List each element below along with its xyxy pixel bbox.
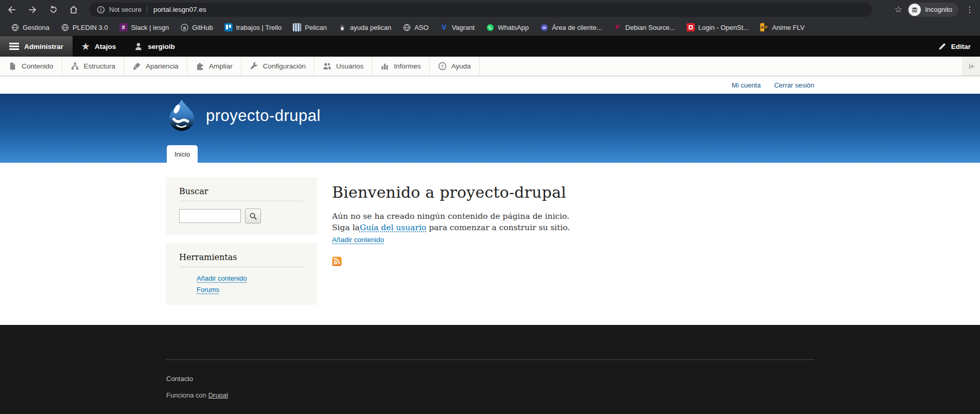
bookmark-trello[interactable]: trabajos | Trello (220, 22, 287, 33)
slack-icon: # (119, 23, 128, 31)
site-footer: Contacto Funciona con Drupal (0, 325, 980, 414)
guide-text-suffix: para comenzar a construir su sitio. (426, 223, 570, 232)
forward-icon[interactable] (24, 2, 41, 18)
security-label: Not secure (109, 6, 142, 13)
structure-icon (71, 62, 79, 71)
bookmark-area-cliente[interactable]: w Área de cliente... (535, 22, 607, 33)
search-icon (249, 212, 257, 220)
page-url: portal.iesgn07.es (153, 6, 206, 13)
site-header: proyecto-drupal Inicio (0, 94, 980, 163)
footer-contact-link[interactable]: Contacto (166, 375, 193, 383)
globe-icon (402, 23, 411, 31)
tab-usuarios[interactable]: Usuarios (314, 57, 372, 76)
bookmark-pledin[interactable]: PLEDIN 3.0 (56, 22, 113, 33)
address-bar[interactable]: Not secure portal.iesgn07.es (90, 3, 872, 17)
search-block: Buscar (166, 177, 317, 235)
tab-contenido[interactable]: Contenido (0, 57, 62, 76)
info-icon[interactable] (97, 6, 105, 14)
svg-text:?: ? (441, 63, 444, 69)
bookmark-star-icon[interactable]: ☆ (895, 4, 902, 15)
bookmark-gestiona[interactable]: Gestiona (6, 22, 54, 33)
animeflv-icon: AF (760, 23, 768, 31)
trello-icon (224, 23, 233, 31)
bookmark-slack[interactable]: # Slack | iesgn (115, 22, 173, 33)
tab-ampliar[interactable]: Ampliar (187, 57, 241, 76)
site-branding[interactable]: proyecto-drupal (166, 99, 321, 133)
tab-configuracion[interactable]: Configuración (241, 57, 314, 76)
user-icon (134, 42, 143, 51)
toolbar-item-editar[interactable]: Editar (929, 36, 980, 57)
incognito-badge[interactable]: Incognito (907, 3, 958, 17)
main-area: Buscar Herramientas Añad (0, 163, 980, 325)
browser-menu-icon[interactable]: ⋮ (964, 5, 976, 14)
tab-estructura[interactable]: Estructura (62, 57, 125, 76)
toolbar-orientation-toggle-icon[interactable] (962, 57, 980, 76)
bookmark-debian[interactable]: Debian Source... (609, 22, 680, 33)
admin-menu-tray: Contenido Estructura Apariencia Ampliar (0, 57, 980, 76)
github-icon (180, 23, 188, 31)
extend-icon (196, 62, 204, 71)
rss-feed-icon[interactable] (332, 256, 342, 266)
reload-icon[interactable] (44, 2, 62, 18)
tools-block-title: Herramientas (179, 252, 304, 267)
screen: Not secure portal.iesgn07.es ☆ Incognito (0, 0, 980, 414)
user-guide-link[interactable]: Guía del usuario (360, 223, 426, 232)
secondary-menu: Mi cuenta Cerrar sesión (0, 76, 980, 94)
toolbar-item-administrar[interactable]: Administrar (0, 36, 73, 57)
add-content-link[interactable]: Añadir contenido (332, 236, 384, 244)
appearance-icon (132, 62, 141, 71)
home-icon[interactable] (65, 2, 82, 18)
openstack-icon (687, 23, 695, 31)
client-area-icon: w (540, 23, 548, 31)
tools-block: Herramientas Añadir contenido Forums (166, 243, 317, 305)
footer-divider (166, 359, 814, 360)
bookmark-whatsapp[interactable]: WhatsApp (481, 22, 533, 33)
content-icon (8, 62, 17, 71)
search-input[interactable] (179, 209, 241, 223)
my-account-link[interactable]: Mi cuenta (732, 81, 761, 89)
bookmark-pelican[interactable]: Pelican (288, 22, 331, 33)
penguin-icon (338, 23, 346, 31)
toolbar-item-user[interactable]: sergioib (125, 36, 184, 57)
toolbar-item-atajos[interactable]: ★ Atajos (73, 36, 126, 57)
whatsapp-icon (486, 23, 494, 31)
globe-icon (61, 23, 69, 31)
site-name[interactable]: proyecto-drupal (206, 107, 321, 125)
bookmark-animeflv[interactable]: AF Anime FLV (756, 22, 809, 33)
tools-forums-link[interactable]: Forums (197, 286, 304, 294)
vagrant-icon: V (440, 23, 448, 31)
empty-front-text: Aún no se ha creado ningún contenido de … (332, 211, 795, 222)
drupal-admin-toolbar: Administrar ★ Atajos sergioib Editar (0, 36, 980, 57)
pelican-icon (293, 23, 301, 31)
page-title: Bienvenido a proyecto-drupal (332, 183, 795, 201)
tab-apariencia[interactable]: Apariencia (124, 57, 187, 76)
bookmark-ayuda-pelican[interactable]: ayuda pelican (334, 22, 396, 33)
menu-icon (9, 43, 19, 50)
globe-icon (11, 23, 19, 31)
sidebar: Buscar Herramientas Añad (166, 177, 317, 313)
drupal-link[interactable]: Drupal (208, 391, 228, 399)
bookmarks-bar: Gestiona PLEDIN 3.0 # Slack | iesgn GitH… (0, 19, 980, 36)
tab-inicio[interactable]: Inicio (167, 145, 198, 163)
guide-text-prefix: Siga la (332, 223, 360, 232)
search-block-title: Buscar (179, 186, 304, 201)
svg-text:w: w (542, 25, 546, 30)
pencil-icon (938, 42, 947, 50)
tools-add-content-link[interactable]: Añadir contenido (197, 274, 304, 282)
bookmark-aso[interactable]: ASO (398, 22, 433, 33)
tab-ayuda[interactable]: ? Ayuda (430, 57, 480, 76)
bookmark-vagrant[interactable]: V Vagrant (435, 22, 480, 33)
powered-by: Funciona con Drupal (166, 391, 228, 399)
back-icon[interactable] (3, 2, 21, 18)
browser-toolbar: Not secure portal.iesgn07.es ☆ Incognito (0, 0, 980, 19)
tab-informes[interactable]: Informes (372, 57, 430, 76)
help-icon: ? (438, 62, 447, 71)
bookmark-openstack-login[interactable]: Login - OpenSt... (682, 22, 754, 33)
incognito-label: Incognito (925, 6, 952, 13)
configuration-icon (250, 62, 258, 71)
search-button[interactable] (245, 209, 261, 223)
page-content: Bienvenido a proyecto-drupal Aún no se h… (332, 183, 795, 266)
bookmark-github[interactable]: GitHub (176, 22, 217, 33)
drupal-logo (166, 99, 198, 133)
logout-link[interactable]: Cerrar sesión (774, 81, 814, 89)
